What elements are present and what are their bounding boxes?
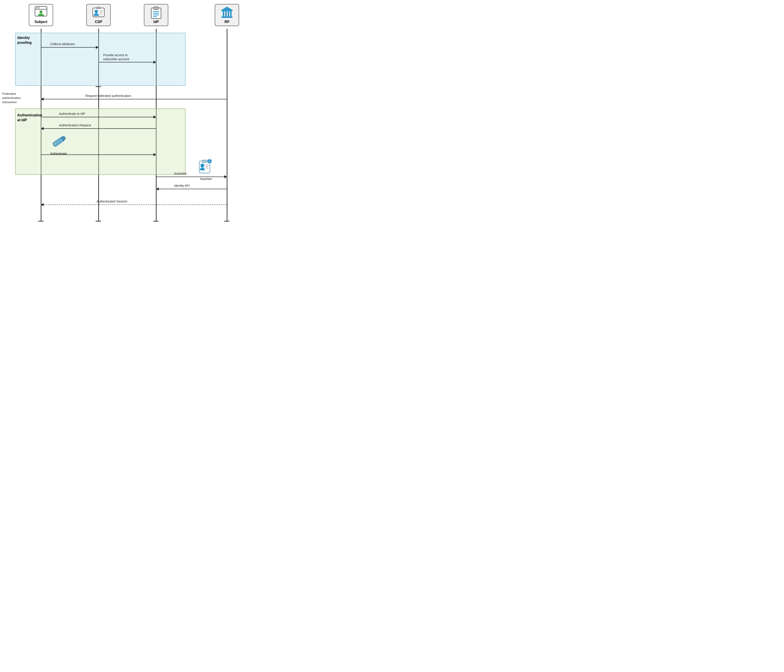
svg-rect-18 bbox=[221, 10, 232, 11]
lifeline-end-rp bbox=[224, 221, 229, 222]
svg-rect-32 bbox=[205, 166, 208, 167]
svg-marker-23 bbox=[221, 7, 233, 10]
side-label-federated: Federatedauthenticationtransaction bbox=[2, 92, 22, 104]
rp-icon bbox=[220, 6, 233, 19]
svg-point-6 bbox=[95, 10, 98, 13]
svg-point-2 bbox=[37, 7, 37, 8]
actor-csp: CSP bbox=[86, 4, 111, 26]
svg-rect-12 bbox=[154, 7, 158, 9]
svg-rect-21 bbox=[228, 11, 229, 16]
svg-rect-8 bbox=[100, 12, 102, 13]
svg-rect-10 bbox=[97, 7, 100, 9]
actor-subject: Subject bbox=[29, 4, 53, 26]
csp-label: CSP bbox=[95, 20, 102, 24]
svg-point-3 bbox=[39, 7, 40, 8]
svg-rect-16 bbox=[153, 16, 157, 17]
svg-rect-22 bbox=[230, 11, 232, 16]
diagram-container: Subject CSP bbox=[0, 0, 261, 224]
svg-rect-19 bbox=[223, 11, 224, 16]
svg-rect-13 bbox=[153, 11, 159, 12]
svg-rect-17 bbox=[221, 16, 232, 18]
assertion-icon: ✓ Assertion bbox=[197, 159, 215, 176]
svg-rect-7 bbox=[100, 11, 103, 11]
actor-idp: IdP bbox=[144, 4, 168, 26]
lifeline-end-idp bbox=[153, 221, 159, 222]
rp-label: RP bbox=[224, 20, 229, 24]
svg-rect-9 bbox=[100, 14, 103, 14]
lifeline-csp-end bbox=[96, 86, 101, 87]
lifeline-rp bbox=[227, 29, 227, 221]
lifeline-end-csp bbox=[96, 221, 101, 222]
svg-rect-31 bbox=[205, 165, 209, 165]
idp-icon bbox=[149, 6, 163, 19]
svg-point-30 bbox=[201, 163, 204, 168]
csp-icon bbox=[92, 6, 105, 19]
svg-text:✓: ✓ bbox=[208, 160, 210, 163]
lifeline-end-subject bbox=[38, 221, 44, 222]
subject-icon bbox=[34, 6, 48, 19]
svg-point-4 bbox=[39, 11, 42, 14]
region-auth-idp-label: Authenticationat IdP bbox=[17, 113, 42, 123]
svg-rect-14 bbox=[153, 13, 159, 14]
svg-rect-29 bbox=[202, 160, 207, 163]
subject-label: Subject bbox=[34, 20, 47, 24]
region-identity-proofing bbox=[15, 33, 185, 86]
region-identity-proofing-label: Identityproofing bbox=[17, 36, 32, 45]
svg-rect-33 bbox=[205, 168, 208, 168]
actor-rp: RP bbox=[215, 4, 239, 26]
svg-rect-15 bbox=[153, 15, 159, 16]
svg-rect-20 bbox=[225, 11, 227, 16]
idp-label: IdP bbox=[154, 20, 159, 24]
authenticator-icon: Authenticator bbox=[49, 133, 68, 151]
